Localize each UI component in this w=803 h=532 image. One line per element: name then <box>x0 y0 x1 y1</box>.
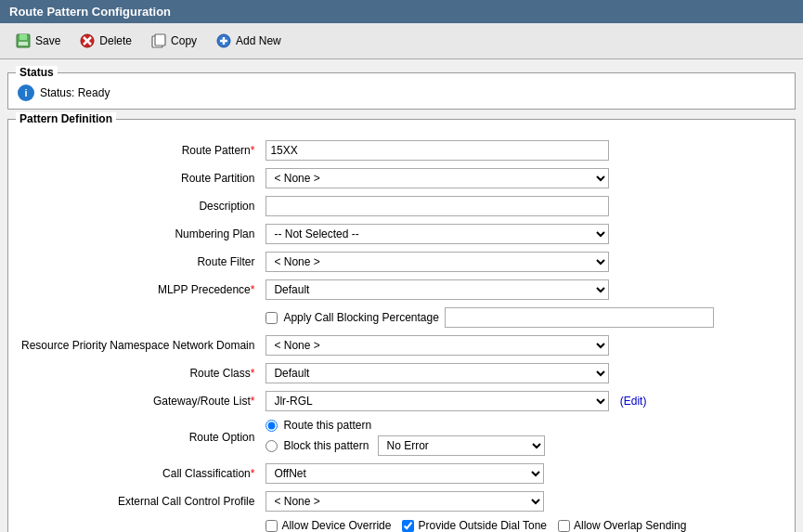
status-legend: Status <box>16 66 58 79</box>
numbering-plan-value-cell: -- Not Selected -- <box>262 222 785 246</box>
route-class-label-cell: Route Class* <box>18 361 262 385</box>
apply-call-blocking-checkbox[interactable] <box>266 312 278 324</box>
route-class-required: * <box>251 367 255 380</box>
mlpp-select[interactable]: Default <box>266 279 609 300</box>
gateway-route-list-select[interactable]: Jlr-RGL <box>266 391 609 411</box>
route-pattern-label: Route Pattern <box>182 144 251 157</box>
gateway-required: * <box>251 395 255 408</box>
route-pattern-input[interactable] <box>266 140 609 161</box>
call-classification-label: Call Classification <box>162 467 251 480</box>
description-value-cell <box>262 194 785 218</box>
route-filter-select[interactable]: < None > <box>266 252 609 272</box>
route-option-value-cell: Route this pattern Block this pattern No… <box>262 417 785 458</box>
status-section: Status i Status: Ready <box>7 72 796 110</box>
allow-overlap-sending-label: Allow Overlap Sending <box>574 519 686 532</box>
route-option-container: Route this pattern Block this pattern No… <box>266 419 782 456</box>
svg-rect-1 <box>19 34 27 40</box>
resource-priority-label-cell: Resource Priority Namespace Network Doma… <box>18 333 262 357</box>
numbering-plan-label-cell: Numbering Plan <box>18 222 262 246</box>
checkboxes-label-cell <box>18 517 262 532</box>
mlpp-value-cell: Default <box>262 278 785 302</box>
external-call-control-label-cell: External Call Control Profile <box>18 489 262 513</box>
gateway-edit-link[interactable]: (Edit) <box>620 395 647 408</box>
apply-call-blocking-row: Apply Call Blocking Percentage <box>18 305 785 330</box>
call-classification-select[interactable]: OffNet <box>266 463 544 484</box>
route-filter-label: Route Filter <box>197 255 254 268</box>
numbering-plan-label: Numbering Plan <box>175 227 254 240</box>
route-filter-value-cell: < None > <box>262 250 785 274</box>
status-text: Status: Ready <box>40 86 110 99</box>
route-class-select[interactable]: Default <box>266 363 609 383</box>
resource-priority-value-cell: < None > <box>262 333 785 357</box>
numbering-plan-row: Numbering Plan -- Not Selected -- <box>18 222 785 246</box>
description-row: Description <box>18 194 785 218</box>
provide-outside-dial-tone-checkbox[interactable] <box>402 520 414 532</box>
route-partition-row: Route Partition < None > <box>18 166 785 190</box>
route-filter-label-cell: Route Filter <box>18 250 262 274</box>
apply-call-blocking-label: Apply Call Blocking Percentage <box>283 311 438 324</box>
svg-rect-2 <box>19 42 28 45</box>
description-input[interactable] <box>266 196 609 216</box>
mlpp-label-cell: MLPP Precedence* <box>18 278 262 302</box>
copy-button[interactable]: Copy <box>143 29 204 53</box>
apply-call-blocking-label-cell <box>18 305 262 330</box>
copy-label: Copy <box>171 34 197 47</box>
route-this-pattern-row: Route this pattern <box>266 419 782 432</box>
route-partition-label: Route Partition <box>181 172 254 185</box>
toolbar: Save Delete Copy Add New <box>0 23 803 59</box>
call-classification-label-cell: Call Classification* <box>18 461 262 486</box>
mlpp-required: * <box>251 283 255 296</box>
route-class-label: Route Class <box>189 367 250 380</box>
allow-device-override-checkbox[interactable] <box>266 520 278 532</box>
provide-outside-dial-tone-label: Provide Outside Dial Tone <box>418 519 547 532</box>
route-partition-value-cell: < None > <box>262 166 785 190</box>
description-label-cell: Description <box>18 194 262 218</box>
external-call-control-label: External Call Control Profile <box>118 495 254 508</box>
delete-button[interactable]: Delete <box>71 29 139 53</box>
allow-overlap-sending-checkbox[interactable] <box>558 520 570 532</box>
apply-call-blocking-input[interactable] <box>445 307 714 328</box>
content-area: Status i Status: Ready Pattern Definitio… <box>0 59 803 532</box>
call-classification-value-cell: OffNet <box>262 461 785 486</box>
numbering-plan-select[interactable]: -- Not Selected -- <box>266 224 609 244</box>
copy-icon <box>150 32 167 49</box>
add-new-label: Add New <box>236 34 281 47</box>
pattern-definition-section: Pattern Definition Route Pattern* Route … <box>7 119 796 532</box>
add-new-button[interactable]: Add New <box>208 29 289 53</box>
block-this-pattern-label: Block this pattern <box>283 439 369 452</box>
gateway-route-list-row: Gateway/Route List* Jlr-RGL (Edit) <box>18 389 785 413</box>
external-call-control-row: External Call Control Profile < None > <box>18 489 785 513</box>
mlpp-precedence-row: MLPP Precedence* Default <box>18 278 785 302</box>
apply-call-blocking-container: Apply Call Blocking Percentage <box>266 307 782 328</box>
title-bar: Route Pattern Configuration <box>0 0 803 23</box>
form-table: Route Pattern* Route Partition < None > <box>18 135 785 532</box>
route-partition-label-cell: Route Partition <box>18 166 262 190</box>
allow-device-override-item: Allow Device Override <box>266 519 391 532</box>
add-new-icon <box>215 32 232 49</box>
mlpp-label: MLPP Precedence <box>158 283 251 296</box>
resource-priority-select[interactable]: < None > <box>266 335 609 356</box>
allow-overlap-sending-item: Allow Overlap Sending <box>558 519 686 532</box>
page-title: Route Pattern Configuration <box>9 5 171 19</box>
route-this-pattern-radio[interactable] <box>266 420 278 432</box>
svg-rect-7 <box>155 34 165 45</box>
call-classification-row: Call Classification* OffNet <box>18 461 785 486</box>
delete-label: Delete <box>99 34 132 47</box>
route-class-value-cell: Default <box>262 361 785 385</box>
route-pattern-row: Route Pattern* <box>18 138 785 162</box>
block-this-pattern-radio[interactable] <box>266 440 278 452</box>
description-label: Description <box>199 200 254 213</box>
route-option-row: Route Option Route this pattern Block th… <box>18 417 785 458</box>
external-call-control-value-cell: < None > <box>262 489 785 513</box>
save-button[interactable]: Save <box>7 29 68 53</box>
block-error-select[interactable]: No Error <box>378 435 545 456</box>
route-partition-select[interactable]: < None > <box>266 168 609 188</box>
route-pattern-value-cell <box>262 138 785 162</box>
delete-icon <box>79 32 96 49</box>
route-pattern-label-cell: Route Pattern* <box>18 138 262 162</box>
allow-device-override-label: Allow Device Override <box>281 519 391 532</box>
external-call-control-select[interactable]: < None > <box>266 491 544 512</box>
block-this-pattern-row: Block this pattern No Error <box>266 435 782 456</box>
gateway-route-list-value-cell: Jlr-RGL (Edit) <box>262 389 785 413</box>
route-pattern-required: * <box>251 144 255 157</box>
